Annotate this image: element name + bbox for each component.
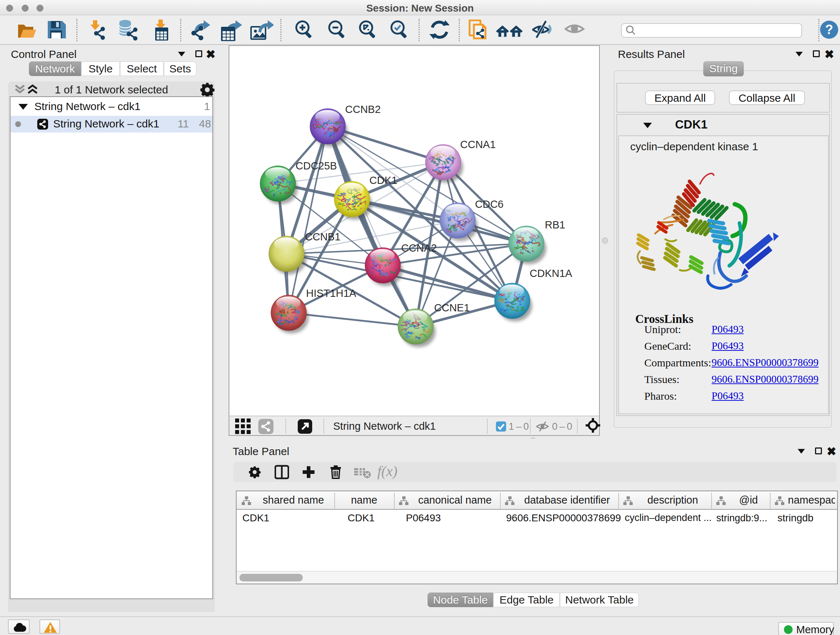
svg-text:CDC6: CDC6 <box>475 198 504 210</box>
svg-text:CCNE1: CCNE1 <box>434 302 470 314</box>
svg-text:CCNB1: CCNB1 <box>305 231 340 242</box>
svg-text:CDK1: CDK1 <box>369 174 397 186</box>
svg-text:HIST1H1A: HIST1H1A <box>306 287 356 299</box>
svg-text:CCNB2: CCNB2 <box>345 103 381 115</box>
svg-text:CCNA2: CCNA2 <box>401 242 437 254</box>
svg-text:CDKN1A: CDKN1A <box>530 268 572 279</box>
svg-text:CCNA1: CCNA1 <box>460 139 496 150</box>
svg-text:RB1: RB1 <box>545 219 565 231</box>
svg-text:?: ? <box>825 22 833 37</box>
svg-text:CDC25B: CDC25B <box>295 160 337 172</box>
